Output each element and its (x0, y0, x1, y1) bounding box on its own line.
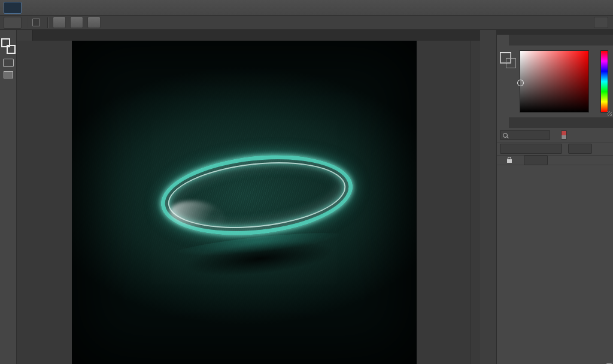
fit-screen-button[interactable] (70, 17, 83, 28)
blend-mode-select[interactable] (500, 144, 562, 154)
filter-toggle-switch[interactable] (561, 131, 567, 139)
photoshop-window: ▾ (0, 0, 613, 364)
canvas-vertical-scrollbar[interactable] (471, 41, 480, 364)
layers-list (497, 165, 613, 364)
blend-mode-row (497, 142, 613, 156)
options-bar (0, 16, 613, 30)
panel-foreground-swatch[interactable] (500, 53, 511, 63)
search-icon (503, 133, 508, 138)
color-panel-tabs (497, 35, 613, 46)
layers-panel-tabs (497, 117, 613, 128)
menu-bar (0, 0, 613, 16)
workspace-select[interactable] (594, 17, 608, 28)
layers-panel: ▾ (497, 117, 613, 364)
hand-tool-preset-button[interactable] (4, 17, 22, 29)
separator (27, 17, 28, 28)
scroll-up-icon[interactable] (471, 41, 480, 49)
tools-panel (0, 30, 17, 364)
fill-value-box[interactable] (524, 155, 548, 165)
opacity-value-box[interactable] (568, 144, 592, 154)
tab-color[interactable] (497, 35, 509, 46)
scroll-down-icon[interactable] (471, 356, 480, 364)
foreground-color-swatch[interactable] (1, 38, 10, 47)
saturation-brightness-field[interactable] (520, 50, 589, 113)
screen-mode-button[interactable] (4, 71, 13, 78)
panel-resize-grip[interactable] (607, 111, 612, 116)
tab-paths[interactable] (521, 117, 533, 128)
document-canvas[interactable] (72, 41, 417, 364)
canvas-area[interactable] (17, 41, 471, 364)
quick-mask-button[interactable] (3, 59, 14, 67)
zoom-100-button[interactable] (53, 17, 66, 28)
document-tab[interactable] (17, 30, 33, 41)
collapsed-panel-dock (480, 30, 497, 364)
color-cursor[interactable] (517, 80, 524, 86)
right-panel-column: ▾ (497, 30, 613, 364)
layer-filter-row (497, 128, 613, 142)
color-panel (497, 35, 613, 117)
document-tab-bar (17, 30, 471, 41)
lock-all-icon[interactable] (507, 159, 512, 163)
filter-type-select[interactable] (500, 130, 550, 140)
color-panel-content (497, 46, 613, 117)
fill-screen-button[interactable] (87, 17, 101, 28)
lock-row (497, 156, 613, 165)
color-swatches (1, 38, 16, 54)
tab-swatches[interactable] (509, 35, 521, 46)
ps-logo (4, 2, 22, 14)
hue-ramp[interactable] (600, 50, 608, 113)
separator (47, 17, 48, 28)
tab-channels[interactable] (509, 117, 521, 128)
tab-layers[interactable] (497, 117, 509, 128)
scroll-all-windows-checkbox[interactable] (32, 19, 40, 26)
